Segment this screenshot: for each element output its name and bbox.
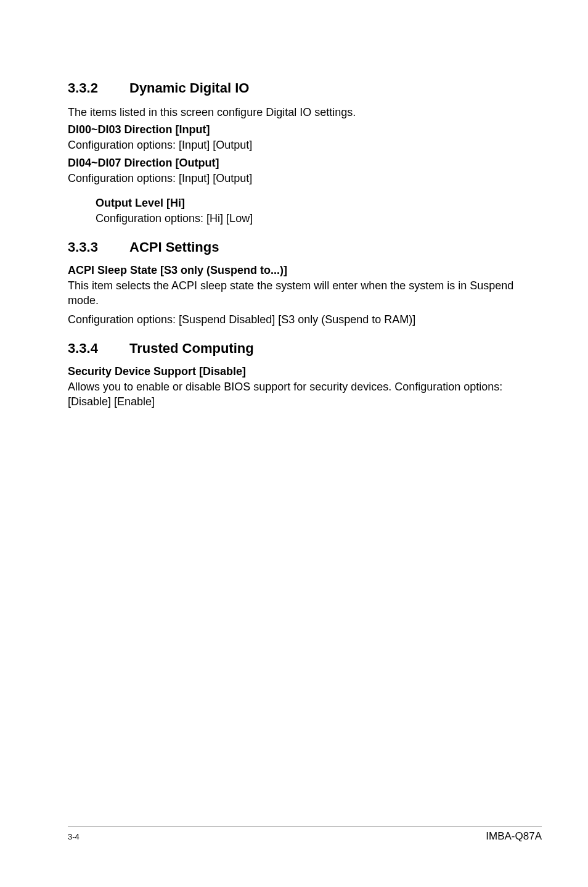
config-item-label: ACPI Sleep State [S3 only (Suspend to...… xyxy=(68,264,520,277)
section-number: 3.3.3 xyxy=(68,239,129,255)
section-intro: The items listed in this screen configur… xyxy=(68,105,520,120)
page-footer: 3-4 IMBA-Q87A xyxy=(68,826,542,843)
section-title: Trusted Computing xyxy=(129,340,254,357)
page-number: 3-4 xyxy=(68,832,80,841)
section-number: 3.3.2 xyxy=(68,80,129,96)
config-item-text: This item selects the ACPI sleep state t… xyxy=(68,278,520,308)
config-item-label: Security Device Support [Disable] xyxy=(68,365,520,378)
config-item-label: DI00~DI03 Direction [Input] xyxy=(68,123,520,136)
section-title: ACPI Settings xyxy=(129,239,219,255)
config-item-text: Configuration options: [Input] [Output] xyxy=(68,171,520,186)
section-heading-332: 3.3.2 Dynamic Digital IO xyxy=(68,80,520,96)
config-item-text: Configuration options: [Input] [Output] xyxy=(68,138,520,152)
config-item-text: Configuration options: [Suspend Disabled… xyxy=(68,312,520,327)
config-item-text: Allows you to enable or disable BIOS sup… xyxy=(68,379,520,410)
sub-item-label: Output Level [Hi] xyxy=(96,197,520,210)
sub-item-text: Configuration options: [Hi] [Low] xyxy=(96,211,520,226)
section-heading-334: 3.3.4 Trusted Computing xyxy=(68,340,520,357)
config-item-label: DI04~DI07 Direction [Output] xyxy=(68,157,520,170)
section-number: 3.3.4 xyxy=(68,340,129,357)
section-heading-333: 3.3.3 ACPI Settings xyxy=(68,239,520,255)
subsection: Output Level [Hi] Configuration options:… xyxy=(96,197,520,226)
section-title: Dynamic Digital IO xyxy=(129,80,249,96)
product-label: IMBA-Q87A xyxy=(486,830,542,843)
